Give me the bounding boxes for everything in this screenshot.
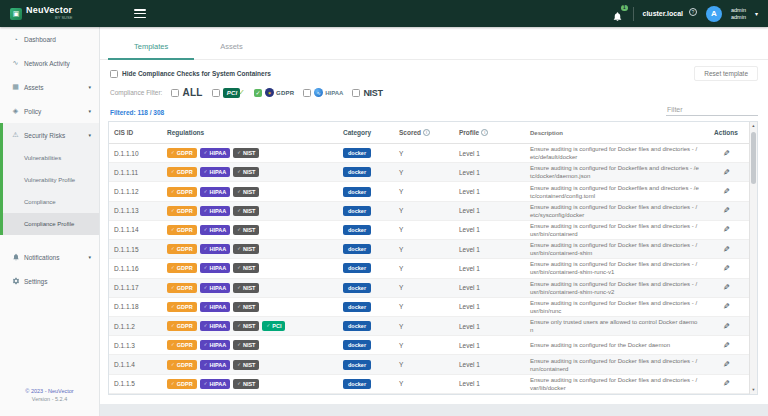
hide-system-containers-toggle[interactable]: Hide Compliance Checks for System Contai… — [110, 70, 271, 78]
table-row[interactable]: D.1.1.16✓GDPR✓HIPAA✓NISTdockerYLevel 1En… — [109, 259, 749, 278]
chevron-down-icon: ▾ — [88, 254, 91, 260]
column-header-profile[interactable]: Profile — [453, 129, 526, 136]
table-row[interactable]: D.1.1.10✓GDPR✓HIPAA✓NISTdockerYLevel 1En… — [109, 144, 749, 163]
sidebar-item-assets[interactable]: ▦ Assets ▾ — [0, 75, 99, 99]
table-row[interactable]: D.1.1.4✓GDPR✓HIPAA✓NISTdockerYLevel 1Ens… — [109, 355, 749, 374]
column-header-description[interactable]: Description — [526, 129, 703, 137]
compliance-filter-pci[interactable]: PCI ✓ — [212, 88, 245, 98]
edit-icon[interactable]: ✎ — [723, 225, 730, 234]
table-row[interactable]: D.1.1.12✓GDPR✓HIPAA✓NISTdockerYLevel 1En… — [109, 182, 749, 201]
description-cell: Ensure auditing is configured for Docker… — [526, 145, 703, 161]
compliance-filter-gdpr[interactable]: ✓ ✶ GDPR — [254, 88, 294, 97]
edit-icon[interactable]: ✎ — [723, 168, 730, 177]
hide-system-containers-checkbox[interactable] — [110, 70, 118, 78]
scroll-down-icon[interactable]: ▾ — [750, 386, 757, 394]
category-cell: docker — [341, 283, 391, 293]
tab-templates[interactable]: Templates — [108, 42, 194, 59]
edit-icon[interactable]: ✎ — [723, 245, 730, 254]
category-cell: docker — [341, 379, 391, 389]
compliance-filter-all[interactable]: ALL — [171, 87, 202, 98]
gdpr-checkbox[interactable]: ✓ — [254, 89, 262, 97]
scored-cell: Y — [391, 342, 453, 349]
category-badge: docker — [343, 283, 371, 293]
assets-icon: ▦ — [11, 83, 20, 91]
sidebar-item-network-activity[interactable]: ∿ Network Activity — [0, 51, 99, 75]
sidebar-item-security-risks[interactable]: ⚠ Security Risks ▾ — [3, 123, 99, 147]
category-cell: docker — [341, 187, 391, 197]
info-icon[interactable] — [481, 129, 488, 136]
cis-id-cell: D.1.1.14 — [109, 226, 162, 233]
edit-icon[interactable]: ✎ — [723, 283, 730, 292]
reset-template-button[interactable]: Reset template — [694, 66, 758, 81]
compliance-filter-nist[interactable]: NIST — [352, 88, 382, 98]
profile-cell: Level 1 — [453, 207, 526, 214]
edit-icon[interactable]: ✎ — [723, 149, 730, 158]
edit-icon[interactable]: ✎ — [723, 206, 730, 215]
table-row[interactable]: D.1.1.17✓GDPR✓HIPAA✓NISTdockerYLevel 1En… — [109, 279, 749, 298]
edit-icon[interactable]: ✎ — [723, 302, 730, 311]
table-filter-input[interactable] — [666, 104, 758, 116]
edit-icon[interactable]: ✎ — [723, 379, 730, 388]
sidebar-item-notifications[interactable]: Notifications ▾ — [0, 245, 99, 269]
table-scrollbar[interactable]: ▴ ▾ — [749, 122, 757, 394]
compliance-filter-hipaa[interactable]: ∿ HIPAA — [303, 88, 343, 97]
notifications-bell-button[interactable]: 1 — [612, 8, 624, 20]
menu-toggle-button[interactable] — [134, 9, 146, 18]
edit-icon[interactable]: ✎ — [723, 341, 730, 350]
edit-icon[interactable]: ✎ — [723, 187, 730, 196]
regulation-badge-nist: ✓NIST — [233, 206, 259, 216]
sidebar-item-compliance[interactable]: Compliance — [3, 191, 99, 213]
help-icon[interactable]: ? — [689, 8, 697, 16]
sidebar-item-vulnerability-profile[interactable]: Vulnerability Profile — [3, 169, 99, 191]
table-row[interactable]: D.1.1.15✓GDPR✓HIPAA✓NISTdockerYLevel 1En… — [109, 240, 749, 259]
scrollbar-thumb[interactable] — [751, 132, 756, 184]
edit-icon[interactable]: ✎ — [723, 264, 730, 273]
regulations-cell: ✓GDPR✓HIPAA✓NIST — [162, 167, 341, 177]
compliance-table: CIS ID Regulations Category Scored Profi… — [108, 121, 758, 395]
table-row[interactable]: D.1.1.13✓GDPR✓HIPAA✓NISTdockerYLevel 1En… — [109, 202, 749, 221]
table-row[interactable]: D.1.1.5✓GDPR✓HIPAA✓NISTdockerYLevel 1Ens… — [109, 375, 749, 394]
column-header-category[interactable]: Category — [341, 129, 391, 136]
edit-icon[interactable]: ✎ — [723, 360, 730, 369]
column-header-actions[interactable]: Actions — [703, 129, 749, 136]
check-icon: ✓ — [237, 189, 241, 195]
table-header-row: CIS ID Regulations Category Scored Profi… — [109, 122, 749, 144]
info-icon[interactable] — [423, 129, 430, 136]
check-icon: ✓ — [204, 304, 208, 310]
actions-cell: ✎ — [703, 264, 749, 273]
pci-checkbox[interactable] — [212, 89, 220, 97]
check-icon: ✓ — [237, 208, 241, 214]
edit-icon[interactable]: ✎ — [723, 322, 730, 331]
scroll-up-icon[interactable]: ▴ — [750, 122, 757, 130]
tab-assets[interactable]: Assets — [194, 42, 269, 59]
nist-checkbox[interactable] — [352, 89, 360, 97]
check-icon: ✓ — [204, 246, 208, 252]
user-avatar[interactable]: A — [706, 6, 722, 22]
table-row[interactable]: D.1.1.18✓GDPR✓HIPAA✓NISTdockerYLevel 1En… — [109, 298, 749, 317]
table-row[interactable]: D.1.1.2✓GDPR✓HIPAA✓NIST✓PCIdockerYLevel … — [109, 317, 749, 336]
column-header-regulations[interactable]: Regulations — [162, 129, 341, 136]
check-icon: ✓ — [171, 285, 175, 291]
description-cell: Ensure auditing is configured for Docker… — [526, 203, 703, 219]
sidebar-item-dashboard[interactable]: ◔ Dashboard — [0, 27, 99, 51]
regulation-badge-nist: ✓NIST — [233, 340, 259, 350]
sidebar-item-policy[interactable]: ◈ Policy ▾ — [0, 99, 99, 123]
user-menu-chevron-icon[interactable]: ▾ — [755, 10, 758, 17]
column-header-cis-id[interactable]: CIS ID — [109, 129, 162, 136]
sidebar-item-vulnerabilities[interactable]: Vulnerabilities — [3, 147, 99, 169]
table-row[interactable]: D.1.1.11✓GDPR✓HIPAA✓NISTdockerYLevel 1En… — [109, 163, 749, 182]
cis-id-cell: D.1.1.18 — [109, 303, 162, 310]
cis-id-cell: D.1.1.12 — [109, 188, 162, 195]
sidebar-item-compliance-profile[interactable]: Compliance Profile — [3, 213, 99, 235]
hipaa-checkbox[interactable] — [303, 89, 311, 97]
all-checkbox[interactable] — [171, 89, 179, 97]
check-icon: ✓ — [171, 189, 175, 195]
check-icon: ✓ — [204, 381, 208, 387]
regulation-badge-gdpr: ✓GDPR — [167, 360, 197, 370]
check-icon: ✓ — [171, 265, 175, 271]
table-row[interactable]: D.1.1.3✓GDPR✓HIPAA✓NISTdockerYLevel 1Ens… — [109, 336, 749, 355]
table-row[interactable]: D.1.1.14✓GDPR✓HIPAA✓NISTdockerYLevel 1En… — [109, 221, 749, 240]
sidebar-item-settings[interactable]: Settings — [0, 269, 99, 293]
column-header-scored[interactable]: Scored — [391, 129, 453, 136]
security-risks-icon: ⚠ — [11, 131, 20, 139]
